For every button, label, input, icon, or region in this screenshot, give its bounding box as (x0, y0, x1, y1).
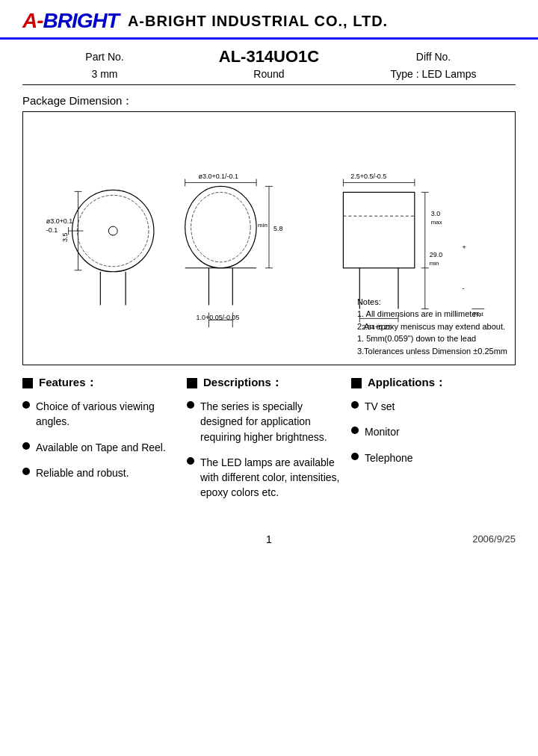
description-item-1: The series is specially designed for app… (187, 399, 344, 444)
descriptions-title: Descriptions： (203, 376, 282, 390)
svg-text:min: min (430, 260, 439, 267)
svg-text:+: + (462, 244, 466, 251)
features-column: Features： Choice of various viewing angl… (22, 376, 187, 511)
part-no-label-cell: Part No. (22, 51, 187, 63)
part-no-value-cell: AL-314UO1C (187, 47, 351, 66)
notes-line4: 3.Tolerances unless Dimension ±0.25mm (357, 345, 507, 358)
applications-column: Applications： TV set Monitor Telephone (351, 376, 516, 511)
svg-text:2.5+0.5/-0.5: 2.5+0.5/-0.5 (350, 173, 386, 180)
footer-date: 2006/9/25 (351, 533, 516, 545)
size-label: 3 mm (92, 68, 118, 80)
footer-page-number: 1 (187, 533, 351, 545)
feature-item-2: Available on Tape and Reel. (22, 440, 179, 455)
svg-rect-32 (343, 192, 414, 267)
application-text-3: Telephone (365, 450, 508, 465)
package-section: Package Dimension： ø3.0+0.1 -0.1 3.5 (0, 85, 538, 365)
application-item-3: Telephone (351, 450, 508, 465)
package-title: Package Dimension： (22, 94, 516, 108)
size-label-cell: 3 mm (22, 68, 187, 80)
description-text-2: The LED lamps are available with differe… (200, 455, 344, 501)
application-item-2: Monitor (351, 424, 508, 439)
shape-label-cell: Round (187, 68, 351, 80)
notes-line1: 1. All dimensions are in millimeter. (357, 308, 507, 320)
svg-text:max: max (431, 219, 442, 226)
bullet-dot (22, 401, 30, 409)
svg-text:3.0: 3.0 (431, 210, 440, 217)
logo-bright: BRIGHT (43, 9, 119, 32)
diff-no-label-cell: Diff No. (351, 51, 516, 63)
shape-label: Round (253, 68, 284, 80)
logo-dash: - (37, 9, 43, 32)
feature-item-1: Choice of various viewing angles. (22, 399, 179, 430)
notes-line3: 1. 5mm(0.059") down to the lead (357, 332, 507, 345)
application-item-1: TV set (351, 399, 508, 414)
features-header: Features： (22, 376, 179, 390)
company-logo: A-BRIGHT (22, 9, 119, 33)
part-info-row-1: Part No. AL-314UO1C Diff No. (22, 47, 516, 66)
part-info-row-2: 3 mm Round Type : LED Lamps (22, 68, 516, 80)
info-columns: Features： Choice of various viewing angl… (22, 376, 516, 511)
descriptions-column: Descriptions： The series is specially de… (187, 376, 351, 511)
feature-text-3: Reliable and robust. (36, 465, 179, 480)
applications-header: Applications： (351, 376, 508, 390)
features-icon (22, 378, 33, 388)
svg-point-2 (108, 226, 117, 235)
feature-text-2: Available on Tape and Reel. (36, 440, 179, 455)
notes-header: Notes: (357, 296, 507, 309)
features-title: Features： (39, 376, 97, 390)
svg-text:min: min (258, 222, 268, 229)
part-no-value: AL-314UO1C (219, 47, 319, 66)
svg-text:-: - (462, 285, 464, 292)
svg-text:-0.1: -0.1 (46, 226, 58, 234)
bullet-dot (187, 457, 194, 465)
svg-text:1.0+0.05/-0.05: 1.0+0.05/-0.05 (197, 314, 240, 321)
type-label-cell: Type : LED Lamps (351, 68, 516, 80)
dimension-box: ø3.0+0.1 -0.1 3.5 ø3.0+0.1/-0.1 (22, 111, 516, 365)
feature-text-1: Choice of various viewing angles. (36, 399, 179, 430)
svg-point-14 (191, 192, 251, 261)
part-info-table: Part No. AL-314UO1C Diff No. 3 mm Round … (22, 47, 516, 85)
bullet-dot (187, 401, 194, 409)
notes-line2: 2.An epoxy meniscus may extend about. (357, 320, 507, 333)
header: A-BRIGHT A-BRIGHT INDUSTRIAL CO., LTD. (0, 0, 538, 40)
part-info: Part No. AL-314UO1C Diff No. 3 mm Round … (0, 40, 538, 85)
description-item-2: The LED lamps are available with differe… (187, 455, 344, 501)
bullet-dot (22, 442, 30, 450)
description-text-1: The series is specially designed for app… (200, 399, 344, 444)
footer: 1 2006/9/25 (0, 526, 538, 553)
bullet-dot (351, 453, 359, 460)
svg-text:3.5: 3.5 (61, 233, 69, 242)
svg-text:ø3.0+0.1/-0.1: ø3.0+0.1/-0.1 (199, 173, 238, 180)
svg-text:29.0: 29.0 (430, 251, 442, 258)
company-name: A-BRIGHT INDUSTRIAL CO., LTD. (128, 13, 388, 30)
applications-icon (351, 378, 362, 388)
bullet-dot (351, 401, 359, 409)
application-text-2: Monitor (365, 424, 508, 439)
notes-section: Notes: 1. All dimensions are in millimet… (357, 296, 507, 358)
svg-point-13 (185, 186, 256, 267)
diff-no-label: Diff No. (416, 51, 451, 63)
application-text-1: TV set (365, 399, 508, 414)
applications-title: Applications： (368, 376, 446, 390)
part-no-label: Part No. (85, 51, 123, 63)
svg-point-1 (78, 195, 149, 266)
bullet-dot (22, 468, 30, 475)
svg-point-0 (72, 190, 154, 271)
footer-left (22, 533, 187, 545)
bullet-dot (351, 427, 359, 434)
info-section: Features： Choice of various viewing angl… (0, 365, 538, 518)
descriptions-icon (187, 378, 197, 388)
logo-a: A (22, 9, 37, 32)
svg-text:ø3.0+0.1: ø3.0+0.1 (46, 217, 73, 225)
type-label: Type : LED Lamps (390, 68, 476, 80)
feature-item-3: Reliable and robust. (22, 465, 179, 480)
descriptions-header: Descriptions： (187, 376, 344, 390)
svg-text:5.8: 5.8 (273, 225, 282, 232)
